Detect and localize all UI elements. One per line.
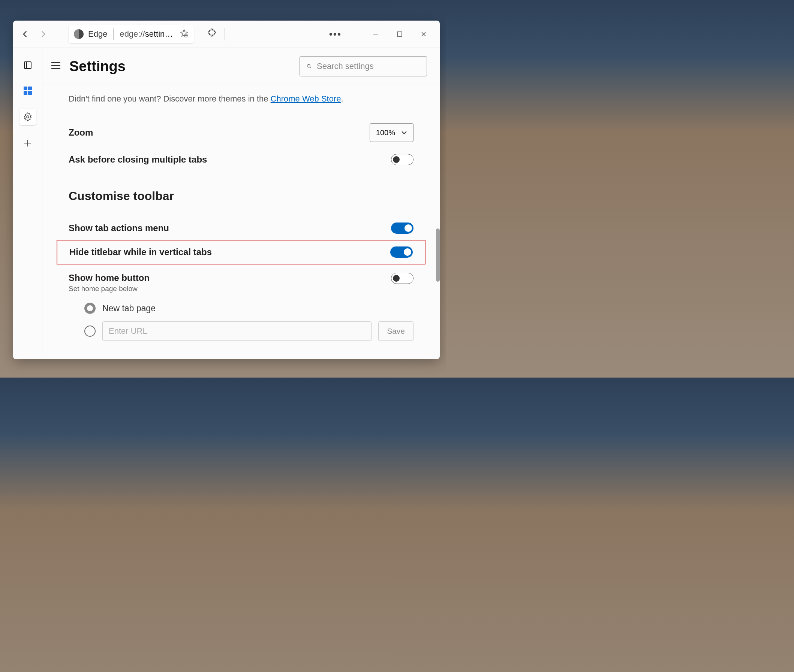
titlebar: Edge edge://settin… •••	[13, 21, 440, 48]
edge-logo-icon	[74, 29, 83, 39]
tab-separator	[113, 29, 114, 40]
maximize-button[interactable]	[391, 26, 408, 43]
customise-toolbar-heading: Customise toolbar	[69, 189, 414, 203]
page-title: Settings	[69, 58, 291, 75]
new-tab-radio-label: New tab page	[102, 303, 156, 314]
settings-scroll[interactable]: Didn't find one you want? Discover more …	[42, 85, 440, 359]
vertical-tab-rail	[13, 48, 42, 359]
extensions-icon[interactable]	[207, 29, 217, 40]
minimize-button[interactable]	[367, 26, 384, 43]
save-button[interactable]: Save	[378, 322, 414, 341]
zoom-value: 100%	[376, 128, 395, 137]
favorite-icon[interactable]	[180, 29, 189, 39]
hide-titlebar-row: Hide titlebar while in vertical tabs	[69, 240, 413, 264]
hint-prefix: Didn't find one you want? Discover more …	[69, 94, 271, 103]
ask-close-toggle[interactable]	[391, 154, 414, 165]
windows-start-icon[interactable]	[20, 83, 35, 98]
overflow-menu-icon[interactable]: •••	[329, 29, 342, 40]
home-button-row: Show home button Set home page below	[69, 264, 414, 299]
content-area: Settings Didn't find one you want? Disco…	[42, 48, 440, 359]
svg-point-9	[307, 64, 310, 67]
url-radio-row: Save	[69, 318, 414, 345]
menu-icon[interactable]	[51, 61, 61, 71]
tab-actions-row: Show tab actions menu	[69, 216, 414, 240]
tab-title: Edge	[88, 29, 107, 39]
search-box[interactable]	[300, 56, 427, 77]
hide-titlebar-toggle[interactable]	[390, 246, 413, 258]
separator	[225, 28, 225, 40]
url-scheme: edge://	[120, 29, 145, 38]
new-tab-radio-row: New tab page	[69, 299, 414, 318]
home-button-label: Show home button	[69, 273, 149, 283]
hint-suffix: .	[341, 94, 343, 103]
active-tab[interactable]: Edge edge://settin…	[69, 25, 194, 43]
hide-titlebar-label: Hide titlebar while in vertical tabs	[69, 247, 212, 258]
url-path: settin…	[145, 29, 173, 38]
new-tab-icon[interactable]	[20, 136, 35, 150]
highlighted-row: Hide titlebar while in vertical tabs	[57, 240, 425, 264]
theme-hint: Didn't find one you want? Discover more …	[69, 94, 414, 104]
ask-close-label: Ask before closing multiple tabs	[69, 154, 207, 165]
scrollbar-thumb[interactable]	[436, 229, 440, 282]
content-header: Settings	[42, 48, 440, 85]
window-controls	[367, 26, 432, 43]
home-url-input[interactable]	[102, 322, 372, 341]
search-input[interactable]	[317, 61, 420, 71]
settings-tab-icon[interactable]	[19, 109, 36, 125]
svg-line-10	[310, 67, 311, 68]
new-tab-radio[interactable]	[84, 302, 96, 314]
svg-point-5	[27, 116, 29, 118]
nav-back-button[interactable]	[18, 27, 33, 42]
home-button-toggle[interactable]	[391, 273, 414, 284]
zoom-dropdown[interactable]: 100%	[370, 123, 414, 142]
tab-actions-icon[interactable]	[20, 58, 35, 73]
ask-close-row: Ask before closing multiple tabs	[69, 148, 414, 171]
svg-rect-2	[397, 32, 402, 36]
tab-actions-label: Show tab actions menu	[69, 223, 169, 234]
nav-forward-button	[35, 27, 51, 42]
url-radio[interactable]	[84, 325, 96, 337]
close-button[interactable]	[415, 26, 432, 43]
zoom-label: Zoom	[69, 127, 93, 138]
search-icon	[306, 62, 311, 70]
tab-actions-toggle[interactable]	[391, 222, 414, 234]
chrome-web-store-link[interactable]: Chrome Web Store	[271, 94, 341, 103]
browser-window: Edge edge://settin… •••	[13, 21, 440, 359]
zoom-row: Zoom 100%	[69, 117, 414, 148]
home-button-sub: Set home page below	[69, 285, 149, 293]
tab-url: edge://settin…	[120, 29, 173, 39]
chevron-down-icon	[401, 131, 407, 134]
svg-rect-3	[24, 62, 31, 69]
